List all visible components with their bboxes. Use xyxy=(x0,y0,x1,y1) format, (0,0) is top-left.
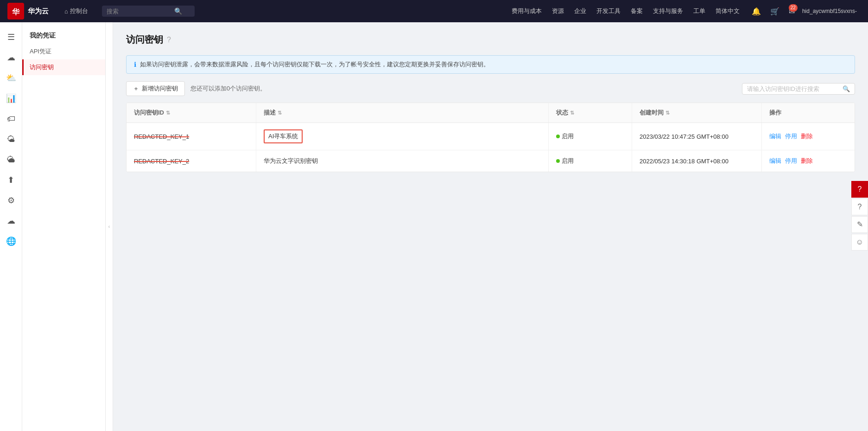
status-text-1: 启用 xyxy=(562,132,574,141)
left-nav-title: 我的凭证 xyxy=(22,26,105,44)
notification-icon[interactable]: 🔔 xyxy=(748,5,765,18)
th-status-label: 状态 xyxy=(556,109,568,117)
status-dot-2 xyxy=(556,159,560,163)
sidebar-icon-badge[interactable]: 🏷 xyxy=(2,109,20,128)
nav-ticket[interactable]: 工单 xyxy=(689,4,710,18)
table-row: REDACTED_KEY_2 华为云文字识别密钥 启用 2022/05/23 1… xyxy=(127,150,855,172)
sidebar-item-api-credential[interactable]: API凭证 xyxy=(22,44,105,59)
nav-resource[interactable]: 资源 xyxy=(547,4,569,18)
th-description: 描述 ⇅ xyxy=(256,103,549,122)
sort-status-icon[interactable]: ⇅ xyxy=(570,110,574,116)
description-highlighted-1: AI寻车系统 xyxy=(264,129,303,143)
sidebar-icon-cloud[interactable]: ☁ xyxy=(2,48,20,67)
search-input[interactable] xyxy=(107,8,171,15)
sidebar-icon-gear[interactable]: ⚙ xyxy=(2,191,20,210)
nav-language[interactable]: 简体中文 xyxy=(711,4,744,18)
nav-filing[interactable]: 备案 xyxy=(626,4,647,18)
access-key-id-2: REDACTED_KEY_2 xyxy=(134,158,189,165)
brand-name: 华为云 xyxy=(28,7,49,16)
key-search-input[interactable] xyxy=(747,85,840,92)
sidebar-icon-monitor[interactable]: 📊 xyxy=(2,89,20,108)
toolbar-left: ＋ 新增访问密钥 您还可以添加0个访问密钥。 xyxy=(126,81,266,96)
main-layout: ☰ ☁ ⛅ 📊 🏷 🌤 🌥 ⬆ ⚙ ☁ 🌐 我的凭证 API凭证 访问密钥 ‹ … xyxy=(0,22,868,431)
key-search-wrap: 🔍 xyxy=(742,83,855,95)
td-key-id-1: REDACTED_KEY_1 xyxy=(127,123,256,150)
add-icon: ＋ xyxy=(133,84,139,93)
description-2: 华为云文字识别密钥 xyxy=(264,157,318,165)
mail-icon[interactable]: ✉ 22 xyxy=(785,5,798,18)
th-created-at: 创建时间 ⇅ xyxy=(632,103,762,122)
float-btn-edit[interactable]: ✎ xyxy=(851,216,868,233)
nav-support[interactable]: 支持与服务 xyxy=(648,4,688,18)
float-btn-circle-help[interactable]: ? xyxy=(851,199,868,215)
add-access-key-button[interactable]: ＋ 新增访问密钥 xyxy=(126,81,185,96)
sort-created-at-icon[interactable]: ⇅ xyxy=(665,110,670,116)
table-header: 访问密钥ID ⇅ 描述 ⇅ 状态 ⇅ 创建时间 ⇅ 操作 xyxy=(127,103,855,123)
th-description-label: 描述 xyxy=(264,109,276,117)
td-actions-2: 编辑 停用 删除 xyxy=(762,150,855,172)
logo[interactable]: 华 华为云 xyxy=(7,3,49,19)
nav-cost[interactable]: 费用与成本 xyxy=(507,4,546,18)
status-badge-2: 启用 xyxy=(556,157,574,165)
td-key-id-2: REDACTED_KEY_2 xyxy=(127,150,256,172)
key-search-icon[interactable]: 🔍 xyxy=(843,85,850,92)
toolbar-hint: 您还可以添加0个访问密钥。 xyxy=(190,84,266,93)
sidebar-icon-menu[interactable]: ☰ xyxy=(2,28,20,46)
disable-button-2[interactable]: 停用 xyxy=(785,157,797,165)
td-created-at-1: 2023/03/22 10:47:25 GMT+08:00 xyxy=(632,123,762,150)
status-dot-1 xyxy=(556,135,560,138)
sidebar-icon-globe[interactable]: 🌐 xyxy=(2,232,20,251)
nav-devtools[interactable]: 开发工具 xyxy=(592,4,625,18)
content-area: 访问密钥 ? ℹ 如果访问密钥泄露，会带来数据泄露风险，且每个访问密钥仅能下载一… xyxy=(113,22,868,431)
home-label: 控制台 xyxy=(70,7,88,15)
th-actions: 操作 xyxy=(762,103,855,122)
info-banner-text: 如果访问密钥泄露，会带来数据泄露风险，且每个访问密钥仅能下载一次，为了帐号安全性… xyxy=(140,60,489,69)
nav-menu: 费用与成本 资源 企业 开发工具 备案 支持与服务 工单 简体中文 xyxy=(507,4,744,18)
nav-enterprise[interactable]: 企业 xyxy=(570,4,591,18)
access-key-id-1: REDACTED_KEY_1 xyxy=(134,133,189,140)
created-at-2: 2022/05/23 14:30:18 GMT+08:00 xyxy=(640,158,729,165)
float-btn-help[interactable]: ? xyxy=(851,181,868,198)
sidebar-icon-cloud5[interactable]: ☁ xyxy=(2,212,20,230)
action-links-1: 编辑 停用 删除 xyxy=(769,132,813,141)
td-status-2: 启用 xyxy=(549,150,632,172)
sort-description-icon[interactable]: ⇅ xyxy=(278,110,282,116)
td-actions-1: 编辑 停用 删除 xyxy=(762,123,855,150)
status-badge-1: 启用 xyxy=(556,132,574,141)
float-btn-feedback[interactable]: ☺ xyxy=(851,234,868,251)
td-status-1: 启用 xyxy=(549,123,632,150)
user-info[interactable]: hid_aycwmbf15svxns- xyxy=(798,6,861,16)
cart-icon[interactable]: 🛒 xyxy=(767,5,783,18)
svg-text:华: 华 xyxy=(12,8,20,16)
left-nav: 我的凭证 API凭证 访问密钥 xyxy=(22,22,106,431)
sidebar-icon-cloud4[interactable]: 🌥 xyxy=(2,150,20,169)
disable-button-1[interactable]: 停用 xyxy=(785,132,797,141)
delete-button-2[interactable]: 删除 xyxy=(801,157,813,165)
td-description-1: AI寻车系统 xyxy=(256,123,549,150)
toolbar: ＋ 新增访问密钥 您还可以添加0个访问密钥。 🔍 xyxy=(126,81,855,96)
sort-key-id-icon[interactable]: ⇅ xyxy=(166,110,170,116)
top-nav: 华 华为云 ⌂ 控制台 🔍 费用与成本 资源 企业 开发工具 备案 支持与服务 … xyxy=(0,0,868,22)
help-icon[interactable]: ? xyxy=(167,36,171,44)
th-actions-label: 操作 xyxy=(769,109,781,117)
right-float-buttons: ? ? ✎ ☺ xyxy=(851,181,868,251)
th-key-id-label: 访问密钥ID xyxy=(134,109,164,117)
info-banner: ℹ 如果访问密钥泄露，会带来数据泄露风险，且每个访问密钥仅能下载一次，为了帐号安… xyxy=(126,55,855,74)
search-bar: 🔍 xyxy=(102,6,195,17)
delete-button-1[interactable]: 删除 xyxy=(801,132,813,141)
sidebar-icon-cloud3[interactable]: 🌤 xyxy=(2,130,20,148)
sidebar-icon-cloud2[interactable]: ⛅ xyxy=(2,69,20,87)
edit-button-2[interactable]: 编辑 xyxy=(769,157,781,165)
nav-icons: 🔔 🛒 ✉ 22 xyxy=(748,5,798,18)
collapse-sidebar-button[interactable]: ‹ xyxy=(106,22,113,431)
sidebar-item-access-key[interactable]: 访问密钥 xyxy=(22,59,105,75)
th-created-at-label: 创建时间 xyxy=(640,109,664,117)
th-key-id: 访问密钥ID ⇅ xyxy=(127,103,256,122)
home-nav[interactable]: ⌂ 控制台 xyxy=(58,7,95,15)
created-at-1: 2023/03/22 10:47:25 GMT+08:00 xyxy=(640,133,729,140)
sidebar-icon-upload[interactable]: ⬆ xyxy=(2,171,20,189)
td-created-at-2: 2022/05/23 14:30:18 GMT+08:00 xyxy=(632,150,762,172)
page-title: 访问密钥 xyxy=(126,33,163,46)
search-icon[interactable]: 🔍 xyxy=(174,7,182,15)
edit-button-1[interactable]: 编辑 xyxy=(769,132,781,141)
